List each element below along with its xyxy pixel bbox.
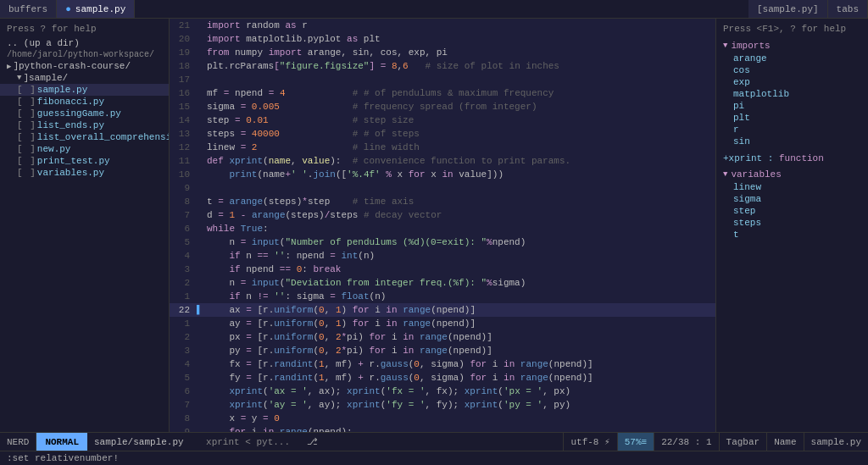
import-plt[interactable]: plt (716, 112, 868, 124)
tab-buffers-label: buffers (8, 4, 47, 14)
code-line-8: 8 t = arange(steps)*step # time axis (170, 195, 715, 208)
file-tree-sample-dir[interactable]: ▼ ]sample/ (0, 72, 169, 84)
tab-buffers[interactable]: buffers (0, 0, 57, 18)
status-tagbar: Tagbar (719, 433, 767, 451)
variables-section-header[interactable]: ▼ variables (716, 168, 868, 181)
code-line-ay: 1 ay = [r.uniform(0, 1) for i in range(n… (170, 317, 715, 330)
var-step[interactable]: step (716, 205, 868, 217)
tab-sample-py-right-label: [sample.py] (757, 4, 819, 14)
import-exp[interactable]: exp (716, 76, 868, 88)
file-tree-fibonacci[interactable]: [ ] fibonacci.py (0, 96, 169, 108)
var-linew[interactable]: linew (716, 181, 868, 193)
file-tree-workspace-path[interactable]: /home/jarol/python-workspace/ (0, 49, 169, 60)
status-encoding: utf-8 ⚡ (563, 433, 616, 451)
code-line-22-current: 22 ▌ ax = [r.uniform(0, 1) for i in rang… (170, 303, 715, 317)
code-line-xy0: 8 x = y = 0 (170, 412, 715, 425)
code-line-18: 18 plt.rcParams["figure.figsize"] = 8,6 … (170, 59, 715, 73)
code-line-1: 1 if n != '': sigma = float(n) (170, 290, 715, 303)
var-sigma[interactable]: sigma (716, 193, 868, 205)
code-line-12: 12 linew = 2 # line width (170, 141, 715, 154)
var-t[interactable]: t (716, 229, 868, 241)
tab-tabs[interactable]: tabs (828, 0, 868, 18)
file-tree-print-test[interactable]: [ ] print_test.py (0, 155, 169, 167)
code-line-14: 14 step = 0.01 # step size (170, 113, 715, 127)
code-editor[interactable]: 21 import random as r 20 import matplotl… (170, 19, 715, 432)
status-filepath: sample/sample.py (94, 437, 184, 447)
left-panel-header: Press ? for help (0, 22, 169, 37)
tab-sample-py-right[interactable]: [sample.py] (748, 0, 828, 18)
import-pi[interactable]: pi (716, 100, 868, 112)
file-tree-variables[interactable]: [ ] variables.py (0, 167, 169, 179)
code-line-xprint2: 7 xprint('ay = ', ay); xprint('fy = ', f… (170, 398, 715, 412)
code-line-13: 13 steps = 40000 # # of steps (170, 127, 715, 141)
file-tree-list-comprehensions[interactable]: [ ] list_overall_comprehensions.py (0, 131, 169, 143)
code-line-py: 3 py = [r.uniform(0, 2*pi) for i in rang… (170, 344, 715, 357)
variables-label: variables (731, 169, 781, 180)
code-line-15: 15 sigma = 0.005 # frequency spread (fro… (170, 100, 715, 113)
main-layout: Press ? for help .. (up a dir) /home/jar… (0, 19, 868, 432)
code-line-6: 6 while True: (170, 222, 715, 235)
file-tree-guessing-game[interactable]: [ ] guessingGame.py (0, 108, 169, 119)
import-arange[interactable]: arange (716, 53, 868, 64)
code-line-3: 3 if npend == 0: break (170, 263, 715, 276)
tab-tabs-label: tabs (837, 4, 859, 14)
import-r[interactable]: r (716, 124, 868, 136)
code-line-9: 9 (170, 181, 715, 195)
file-tree-list-ends[interactable]: [ ] list_ends.py (0, 119, 169, 131)
file-tree-up-dir[interactable]: .. (up a dir) (0, 37, 169, 49)
code-lines: 21 import random as r 20 import matplotl… (170, 19, 715, 432)
right-panel-hint: Press <F1>, ? for help (716, 22, 868, 39)
code-line-17: 17 (170, 73, 715, 86)
file-tree-new-py[interactable]: [ ] new.py (0, 143, 169, 155)
right-panel-outline: Press <F1>, ? for help ▼ imports arange … (715, 19, 868, 432)
tab-sample-py[interactable]: ● sample.py (57, 0, 135, 18)
file-tree-sample-py[interactable]: [ ] sample.py (0, 84, 169, 96)
code-line-fy: 5 fy = [r.randint(1, mf) + r.gauss(0, si… (170, 371, 715, 385)
status-file: sample/sample.py xprint < pyt... ⎇ (87, 436, 325, 447)
import-cos[interactable]: cos (716, 64, 868, 76)
status-git-icon: ⎇ (307, 437, 318, 447)
status-nerd: NERD (0, 437, 36, 447)
imports-section-header[interactable]: ▼ imports (716, 39, 868, 53)
cmd-line-text: :set relativenumber! (7, 453, 119, 463)
xprint-function-item[interactable]: +xprint : function (716, 152, 868, 164)
tab-sample-py-label: sample.py (75, 4, 125, 14)
status-bar: NERD NORMAL sample/sample.py xprint < py… (0, 432, 868, 451)
code-line-px: 2 px = [r.uniform(0, 2*pi) for i in rang… (170, 330, 715, 344)
command-line: :set relativenumber! (0, 451, 868, 465)
status-position: 22/38 : 1 (654, 433, 718, 451)
code-line-7: 7 d = 1 - arange(steps)/steps # decay ve… (170, 208, 715, 222)
code-line-21: 21 import random as r (170, 19, 715, 32)
import-matplotlib[interactable]: matplotlib (716, 88, 868, 100)
imports-label: imports (731, 41, 770, 51)
code-line-4: 4 if n == '': npend = int(n) (170, 249, 715, 263)
top-tab-bar: buffers ● sample.py [sample.py] tabs (0, 0, 868, 19)
code-line-for: 9 for i in range(npend): (170, 425, 715, 432)
status-filename-right: sample.py (804, 433, 868, 451)
status-name: Name (766, 433, 803, 451)
file-tree-crash-course[interactable]: ▶ ]python-crash-course/ (0, 60, 169, 72)
status-percent: 57% ≡ (617, 433, 654, 451)
code-line-19: 19 from numpy import arange, sin, cos, e… (170, 46, 715, 59)
status-right: utf-8 ⚡ 57% ≡ 22/38 : 1 Tagbar Name samp… (563, 433, 868, 451)
code-line-11: 11 def xprint(name, value): # convenienc… (170, 154, 715, 168)
code-line-20: 20 import matplotlib.pyplot as plt (170, 32, 715, 46)
import-sin[interactable]: sin (716, 136, 868, 147)
code-line-2: 2 n = input("Deviation from integer freq… (170, 276, 715, 290)
status-mode: NORMAL (36, 433, 87, 451)
code-line-16: 16 mf = npend = 4 # # of pendulums & max… (170, 86, 715, 100)
code-line-xprint1: 6 xprint('ax = ', ax); xprint('fx = ', f… (170, 385, 715, 398)
tab-dot: ● (65, 4, 71, 14)
code-line-5: 5 n = input("Number of pendulums (%d)(0=… (170, 235, 715, 249)
left-panel-file-tree: Press ? for help .. (up a dir) /home/jar… (0, 19, 170, 432)
var-steps[interactable]: steps (716, 217, 868, 229)
status-context: xprint < pyt... (206, 437, 290, 447)
code-line-10: 10 print(name+' '.join(['%.4f' % x for x… (170, 168, 715, 181)
code-line-fx: 4 fx = [r.randint(1, mf) + r.gauss(0, si… (170, 357, 715, 371)
